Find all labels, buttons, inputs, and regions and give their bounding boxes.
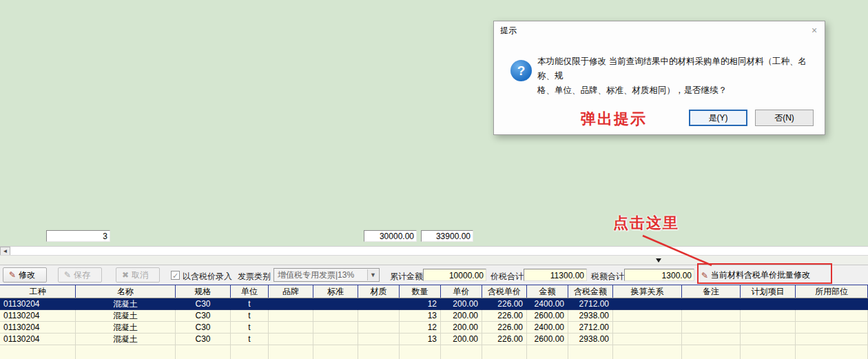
column-header[interactable]: 工种	[0, 285, 76, 298]
annotation-click-note: 点击这里	[613, 213, 679, 234]
column-header[interactable]: 计划项目	[741, 285, 796, 298]
invoice-type-value: 增值税专用发票|13%	[278, 269, 354, 281]
modify-button-label: 修改	[19, 269, 35, 281]
column-header[interactable]: 材质	[358, 285, 400, 298]
table-cell: 200.00	[441, 298, 482, 310]
table-cell: t	[231, 334, 269, 345]
save-icon: ✎	[64, 271, 71, 279]
table-row[interactable]: 01130204混凝土C30t13200.00226.002600.002938…	[0, 334, 868, 345]
column-header[interactable]: 单价	[441, 285, 482, 298]
table-cell	[613, 334, 682, 345]
table-cell	[796, 322, 868, 334]
dialog-message-line1: 本功能仅限于修改 当前查询结果中的材料采购单的相同材料（工种、名称、规	[537, 54, 818, 83]
table-cell	[269, 334, 313, 345]
table-row[interactable]: 01130204混凝土C30t13200.00226.002600.002938…	[0, 310, 868, 322]
tax-price-entry-label: 以含税价录入	[183, 271, 232, 283]
column-header[interactable]: 含税单价	[482, 285, 527, 298]
tax-amount-total-field: 33900.00	[421, 230, 473, 242]
yes-button[interactable]: 是(Y)	[689, 110, 747, 126]
table-cell: 226.00	[482, 310, 527, 322]
cancel-button[interactable]: ✖ 取消	[116, 267, 160, 283]
dialog-titlebar[interactable]: 提示 ×	[494, 21, 825, 39]
invoice-type-select[interactable]: 增值税专用发票|13% ▼	[273, 268, 380, 282]
column-header[interactable]: 所用部位	[796, 285, 868, 298]
column-header[interactable]: 标准	[313, 285, 358, 298]
table-cell: 226.00	[482, 298, 527, 310]
table-cell	[269, 345, 313, 359]
table-cell: 12	[400, 322, 441, 334]
table-cell: 2938.00	[568, 334, 613, 345]
table-cell: 01130204	[0, 334, 76, 345]
column-header[interactable]: 数量	[400, 285, 441, 298]
close-icon[interactable]: ×	[804, 25, 825, 36]
table-cell	[682, 334, 741, 345]
tax-amount-field[interactable]: 1300.00	[624, 269, 694, 281]
column-header[interactable]: 名称	[76, 285, 176, 298]
table-cell: 2600.00	[527, 310, 568, 322]
price-tax-total-label: 价税合计	[490, 271, 524, 283]
table-cell: 200.00	[441, 334, 482, 345]
table-cell	[682, 298, 741, 310]
dialog-title: 提示	[500, 25, 517, 37]
column-header[interactable]: 单位	[231, 285, 269, 298]
cumulative-amount-field[interactable]: 10000.00	[423, 269, 486, 281]
table-cell	[313, 322, 358, 334]
price-tax-total-field[interactable]: 11300.00	[524, 269, 587, 281]
table-row[interactable]: 01130204混凝土C30t12200.00226.002400.002712…	[0, 322, 868, 334]
table-cell: 混凝土	[76, 322, 176, 334]
table-cell: 01130204	[0, 298, 76, 310]
table-cell	[441, 345, 482, 359]
table-cell: 226.00	[482, 334, 527, 345]
table-cell: 2400.00	[527, 322, 568, 334]
table-cell	[231, 345, 269, 359]
record-count-field: 3	[46, 230, 110, 242]
table-row[interactable]: 01130204混凝土C30t12200.00226.002400.002712…	[0, 298, 868, 310]
save-button-label: 保存	[74, 269, 90, 281]
table-cell	[313, 345, 358, 359]
table-cell	[269, 310, 313, 322]
table-cell: 2400.00	[527, 298, 568, 310]
table-cell	[613, 322, 682, 334]
table-cell	[313, 310, 358, 322]
annotation-popup-note: 弹出提示	[581, 109, 647, 130]
empty-row[interactable]	[0, 345, 868, 359]
table-cell	[313, 334, 358, 345]
save-button[interactable]: ✎ 保存	[58, 267, 102, 283]
table-cell: 2600.00	[527, 334, 568, 345]
table-cell	[527, 345, 568, 359]
materials-grid: 工种名称规格单位品牌标准材质数量单价含税单价金额含税金额换算关系备注计划项目所用…	[0, 285, 868, 359]
table-cell	[358, 310, 400, 322]
table-cell	[358, 322, 400, 334]
column-header[interactable]: 品牌	[269, 285, 313, 298]
column-header[interactable]: 备注	[682, 285, 741, 298]
table-cell: 01130204	[0, 310, 76, 322]
table-cell	[741, 345, 796, 359]
table-cell	[682, 322, 741, 334]
table-cell	[613, 345, 682, 359]
table-cell: C30	[176, 334, 231, 345]
modify-button[interactable]: ✎ 修改	[3, 267, 47, 283]
column-header[interactable]: 换算关系	[613, 285, 682, 298]
table-cell	[400, 345, 441, 359]
table-cell: 13	[400, 310, 441, 322]
table-cell	[568, 345, 613, 359]
tax-price-entry-checkbox[interactable]: ✓	[171, 271, 180, 280]
invoice-type-label: 发票类别	[238, 271, 271, 283]
amount-total-field: 30000.00	[364, 230, 417, 242]
table-cell	[796, 310, 868, 322]
table-cell	[741, 310, 796, 322]
horizontal-scrollbar[interactable]: ◄	[0, 246, 868, 255]
column-header[interactable]: 含税金额	[568, 285, 613, 298]
table-cell: C30	[176, 298, 231, 310]
table-cell	[0, 345, 76, 359]
column-header[interactable]: 规格	[176, 285, 231, 298]
table-cell: t	[231, 322, 269, 334]
table-cell	[682, 310, 741, 322]
column-header[interactable]: 金额	[527, 285, 568, 298]
table-cell	[741, 298, 796, 310]
table-cell	[682, 345, 741, 359]
no-button[interactable]: 否(N)	[755, 110, 814, 126]
dialog-message: 本功能仅限于修改 当前查询结果中的材料采购单的相同材料（工种、名称、规 格、单位…	[537, 54, 818, 98]
question-glyph: ?	[517, 63, 526, 78]
table-cell: 混凝土	[76, 298, 176, 310]
